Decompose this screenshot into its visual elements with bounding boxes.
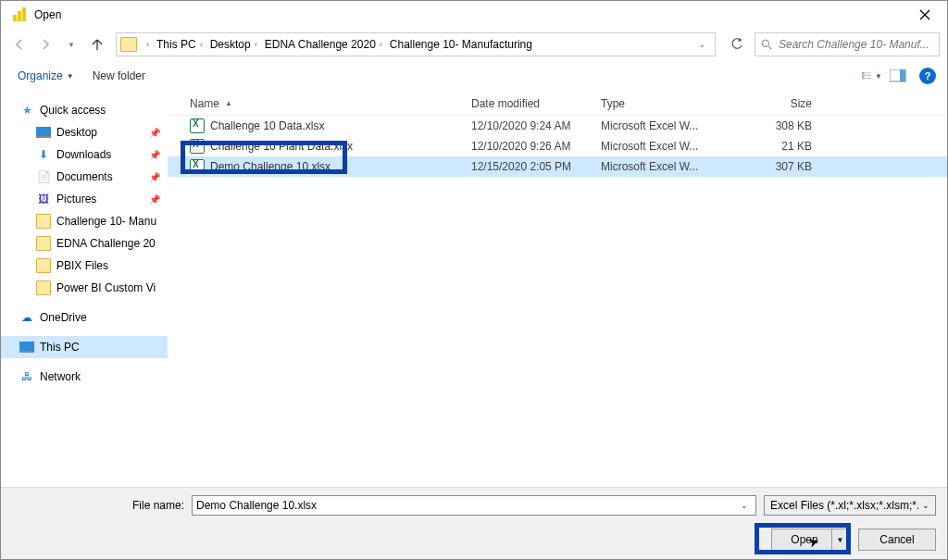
sidebar-downloads[interactable]: ⬇ Downloads📌 xyxy=(1,143,168,166)
up-button[interactable] xyxy=(86,33,108,56)
column-size[interactable]: Size xyxy=(732,97,834,110)
sidebar-pbix[interactable]: PBIX Files xyxy=(1,255,168,277)
file-rows: Challenge 10 Data.xlsx 12/10/2020 9:24 A… xyxy=(168,116,947,487)
svg-rect-14 xyxy=(900,69,905,81)
column-name[interactable]: Name▲ xyxy=(168,97,464,110)
file-type: Microsoft Excel W... xyxy=(593,119,732,132)
svg-rect-11 xyxy=(865,75,871,76)
navigation-pane: ★ Quick access Desktop📌 ⬇ Downloads📌 📄 D… xyxy=(1,92,168,487)
window-title: Open xyxy=(34,8,906,21)
file-date: 12/15/2020 2:05 PM xyxy=(464,160,593,173)
svg-rect-7 xyxy=(862,72,865,74)
svg-rect-16 xyxy=(36,136,51,138)
sidebar-edna[interactable]: EDNA Challenge 20 xyxy=(1,232,168,255)
organize-button[interactable]: Organize▼ xyxy=(12,66,80,86)
breadcrumb-desktop[interactable]: Desktop› xyxy=(208,36,259,53)
refresh-button[interactable] xyxy=(723,32,751,56)
search-icon xyxy=(761,39,773,51)
help-button[interactable]: ? xyxy=(919,68,936,84)
back-button[interactable] xyxy=(8,33,31,56)
filename-label: File name: xyxy=(12,499,184,512)
folder-icon xyxy=(36,214,51,229)
excel-icon xyxy=(190,118,205,133)
column-date[interactable]: Date modified xyxy=(464,97,593,110)
file-list-pane: Name▲ Date modified Type Size Challenge … xyxy=(168,92,947,487)
navigation-bar: ▼ › This PC› Desktop› EDNA Challenge 202… xyxy=(1,29,947,60)
main-area: ★ Quick access Desktop📌 ⬇ Downloads📌 📄 D… xyxy=(1,92,947,487)
filename-input[interactable] xyxy=(196,499,737,512)
svg-rect-18 xyxy=(19,351,34,353)
file-type: Microsoft Excel W... xyxy=(593,160,732,173)
file-name: Challenge 10 Plant Data.xlsx xyxy=(210,140,353,153)
sort-asc-icon: ▲ xyxy=(225,99,232,107)
sidebar-challenge10[interactable]: Challenge 10- Manu xyxy=(1,210,168,232)
pin-icon: 📌 xyxy=(149,128,160,138)
new-folder-button[interactable]: New folder xyxy=(87,66,151,86)
open-dropdown[interactable]: ▼ xyxy=(831,529,848,550)
cloud-icon: ☁ xyxy=(19,310,34,325)
pictures-icon: 🖼 xyxy=(36,192,51,206)
sidebar-documents[interactable]: 📄 Documents📌 xyxy=(1,166,168,188)
svg-rect-9 xyxy=(862,77,865,79)
pin-icon: 📌 xyxy=(149,194,160,205)
address-dropdown[interactable]: ⌄ xyxy=(693,41,711,49)
search-input[interactable] xyxy=(779,38,933,51)
file-name: Challenge 10 Data.xlsx xyxy=(210,119,324,132)
filetype-filter[interactable]: Excel Files (*.xl;*.xlsx;*.xlsm;*.xl ⌄ xyxy=(764,495,936,516)
folder-icon xyxy=(120,37,137,52)
toolbar: Organize▼ New folder ▼ ? xyxy=(1,60,947,92)
svg-line-6 xyxy=(768,46,771,49)
breadcrumb-thispc[interactable]: This PC› xyxy=(155,36,205,53)
sidebar-quick-access[interactable]: ★ Quick access xyxy=(1,99,168,121)
folder-icon xyxy=(36,280,51,295)
view-mode-button[interactable]: ▼ xyxy=(862,66,882,86)
excel-icon xyxy=(190,159,205,174)
preview-pane-button[interactable] xyxy=(888,66,908,86)
titlebar: Open xyxy=(1,1,947,29)
breadcrumb-current[interactable]: Challenge 10- Manufacturing xyxy=(388,36,534,53)
sidebar-desktop[interactable]: Desktop📌 xyxy=(1,121,168,143)
folder-icon xyxy=(36,258,51,273)
sidebar-thispc[interactable]: This PC xyxy=(1,336,168,358)
file-size: 21 KB xyxy=(732,140,834,153)
filename-combobox[interactable]: ⌄ xyxy=(192,495,756,516)
file-row[interactable]: Challenge 10 Data.xlsx 12/10/2020 9:24 A… xyxy=(168,116,947,136)
sidebar-network[interactable]: 🖧 Network xyxy=(1,366,168,388)
computer-icon xyxy=(19,340,34,355)
file-date: 12/10/2020 9:26 AM xyxy=(464,140,593,153)
sidebar-onedrive[interactable]: ☁ OneDrive xyxy=(1,306,168,329)
desktop-icon xyxy=(36,125,51,140)
close-button[interactable] xyxy=(906,1,943,29)
svg-rect-8 xyxy=(862,75,865,77)
open-file-dialog: Open ▼ › This PC› Desktop› EDNA Challeng… xyxy=(0,0,948,560)
document-icon: 📄 xyxy=(36,169,51,184)
file-type: Microsoft Excel W... xyxy=(593,140,732,153)
breadcrumb-edna[interactable]: EDNA Challenge 2020› xyxy=(263,36,384,53)
folder-icon xyxy=(36,236,51,251)
file-row[interactable]: Challenge 10 Plant Data.xlsx 12/10/2020 … xyxy=(168,136,947,156)
network-icon: 🖧 xyxy=(19,369,34,384)
cancel-button[interactable]: Cancel xyxy=(858,529,936,551)
file-row-selected[interactable]: Demo Challenge 10.xlsx 12/15/2020 2:05 P… xyxy=(168,156,947,177)
column-type[interactable]: Type xyxy=(593,97,732,110)
forward-button[interactable] xyxy=(34,33,56,56)
svg-rect-12 xyxy=(865,78,871,79)
excel-icon xyxy=(190,139,205,154)
svg-rect-15 xyxy=(36,127,51,136)
sidebar-pictures[interactable]: 🖼 Pictures📌 xyxy=(1,188,168,210)
file-size: 308 KB xyxy=(732,119,834,132)
svg-rect-2 xyxy=(22,7,26,21)
breadcrumb-sep[interactable]: › xyxy=(144,38,151,51)
svg-rect-17 xyxy=(19,342,34,351)
dialog-footer: File name: ⌄ Excel Files (*.xl;*.xlsx;*.… xyxy=(1,487,947,559)
filename-dropdown[interactable]: ⌄ xyxy=(737,501,752,510)
file-size: 307 KB xyxy=(732,160,834,173)
address-bar[interactable]: › This PC› Desktop› EDNA Challenge 2020›… xyxy=(116,32,716,56)
recent-locations-button[interactable]: ▼ xyxy=(60,33,82,56)
star-icon: ★ xyxy=(19,103,34,118)
svg-point-5 xyxy=(762,40,768,46)
search-box[interactable] xyxy=(755,32,940,56)
app-icon xyxy=(10,6,29,24)
svg-rect-0 xyxy=(13,15,17,21)
sidebar-powerbi-custom[interactable]: Power BI Custom Vi xyxy=(1,277,168,299)
